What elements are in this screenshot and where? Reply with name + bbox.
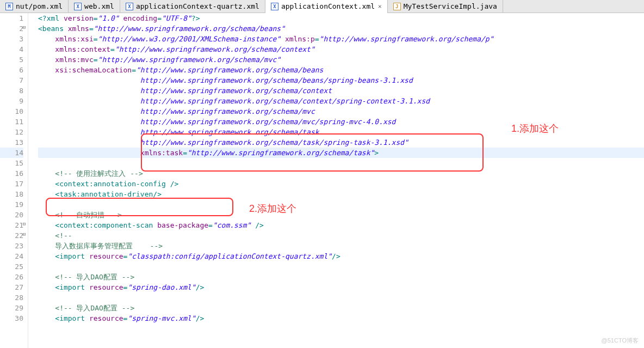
line-number: 28	[0, 292, 23, 303]
line-number: 13	[0, 137, 23, 148]
code-line[interactable]: <beans xmlns="http://www.springframework…	[38, 23, 644, 34]
tab-mytestserviceimpl-java[interactable]: JMyTestServiceImpl.java	[388, 0, 503, 13]
line-number: 15	[0, 158, 23, 168]
line-number: 11	[0, 117, 23, 127]
line-number: 23	[0, 241, 23, 251]
line-number: 18	[0, 189, 23, 199]
line-number: 16	[0, 168, 23, 179]
tab-bar: Mnut/pom.xmlXweb.xmlXapplicationContext-…	[0, 0, 644, 13]
line-number: 9	[0, 96, 23, 106]
code-line[interactable]: <import resource="spring-dao.xml"/>	[38, 282, 644, 292]
code-line[interactable]: xmlns:xsi="http://www.w3.org/2001/XMLSch…	[38, 34, 644, 44]
file-type-icon: X	[126, 3, 133, 10]
line-number: 17	[0, 179, 23, 189]
code-line[interactable]: http://www.springframework.org/schema/co…	[38, 96, 644, 106]
code-line[interactable]: <!-- 导入DAO配置 -->	[38, 272, 644, 282]
fold-icon[interactable]: ⊟	[21, 25, 27, 31]
line-number: 6	[0, 65, 23, 75]
code-line[interactable]: <import resource="spring-mvc.xml"/>	[38, 313, 644, 323]
code-line[interactable]	[38, 158, 644, 168]
code-line[interactable]: <task:annotation-driven/>	[38, 189, 644, 199]
fold-icon[interactable]: ⊟	[21, 232, 27, 238]
code-line[interactable]: xsi:schemaLocation="http://www.springfra…	[38, 65, 644, 75]
tab-label: nut/pom.xml	[16, 2, 63, 10]
code-line[interactable]: <import resource="classpath:config/appli…	[38, 251, 644, 261]
code-line[interactable]: <?xml version="1.0" encoding="UTF-8"?>	[38, 13, 644, 23]
line-number: 5	[0, 54, 23, 65]
line-number: 10	[0, 106, 23, 117]
line-number: 12	[0, 127, 23, 137]
code-line[interactable]: http://www.springframework.org/schema/ta…	[38, 137, 644, 148]
line-number: 30	[0, 313, 23, 323]
code-line[interactable]	[38, 292, 644, 303]
code-editor[interactable]: 12⊟3456789101112131415161718192021⊟22⊟23…	[0, 13, 644, 348]
code-line[interactable]: <!-- 导入DAO配置 -->	[38, 303, 644, 313]
line-number: 26	[0, 272, 23, 282]
code-line[interactable]: http://www.springframework.org/schema/ta…	[38, 127, 644, 137]
code-line[interactable]: xmlns:context="http://www.springframewor…	[38, 44, 644, 54]
code-line[interactable]	[38, 199, 644, 210]
code-line[interactable]: <context:component-scan base-package="co…	[38, 220, 644, 230]
line-number: 14	[0, 148, 23, 158]
code-line[interactable]: <!-- 自动扫描 -->	[38, 210, 644, 220]
tab-label: web.xml	[84, 2, 114, 10]
code-line[interactable]	[38, 261, 644, 272]
tab-label: MyTestServiceImpl.java	[404, 2, 497, 10]
line-number: 1	[0, 13, 23, 23]
tab-label: applicationContext-quartz.xml	[136, 2, 259, 10]
line-number-gutter: 12⊟3456789101112131415161718192021⊟22⊟23…	[0, 13, 28, 348]
code-area[interactable]: <?xml version="1.0" encoding="UTF-8"?><b…	[28, 13, 644, 348]
code-line[interactable]: 导入数据库事务管理配置 -->	[38, 241, 644, 251]
code-line[interactable]: http://www.springframework.org/schema/mv…	[38, 117, 644, 127]
line-number: 29	[0, 303, 23, 313]
tab-applicationcontext-quartz-xml[interactable]: XapplicationContext-quartz.xml	[120, 0, 265, 13]
tab-label: applicationContext.xml	[281, 2, 375, 10]
line-number: 4	[0, 44, 23, 54]
code-line[interactable]: <!-- 使用注解式注入 -->	[38, 168, 644, 179]
line-number: 24	[0, 251, 23, 261]
watermark: @51CTO博客	[602, 337, 639, 345]
file-type-icon: X	[74, 3, 82, 10]
line-number: 25	[0, 261, 23, 272]
line-number: 3	[0, 34, 23, 44]
file-type-icon: X	[271, 3, 278, 10]
tab-nut-pom-xml[interactable]: Mnut/pom.xml	[0, 0, 69, 13]
line-number: 22⊟	[0, 230, 23, 241]
close-icon[interactable]: ✕	[378, 3, 382, 10]
code-line[interactable]: xmlns:mvc="http://www.springframework.or…	[38, 54, 644, 65]
line-number: 2⊟	[0, 23, 23, 34]
line-number: 27	[0, 282, 23, 292]
code-line[interactable]: <!--	[38, 230, 644, 241]
line-number: 20	[0, 210, 23, 220]
file-type-icon: J	[393, 3, 401, 10]
line-number: 8	[0, 86, 23, 96]
tab-web-xml[interactable]: Xweb.xml	[69, 0, 120, 13]
file-type-icon: M	[5, 3, 13, 10]
fold-icon[interactable]: ⊟	[21, 222, 27, 228]
tab-applicationcontext-xml[interactable]: XapplicationContext.xml✕	[265, 0, 388, 13]
code-line[interactable]: xmlns:task="http://www.springframework.o…	[38, 148, 644, 158]
code-line[interactable]: http://www.springframework.org/schema/mv…	[38, 106, 644, 117]
line-number: 21⊟	[0, 220, 23, 230]
line-number: 19	[0, 199, 23, 210]
code-line[interactable]: <context:annotation-config />	[38, 179, 644, 189]
code-line[interactable]: http://www.springframework.org/schema/be…	[38, 75, 644, 86]
line-number: 7	[0, 75, 23, 86]
code-line[interactable]: http://www.springframework.org/schema/co…	[38, 86, 644, 96]
